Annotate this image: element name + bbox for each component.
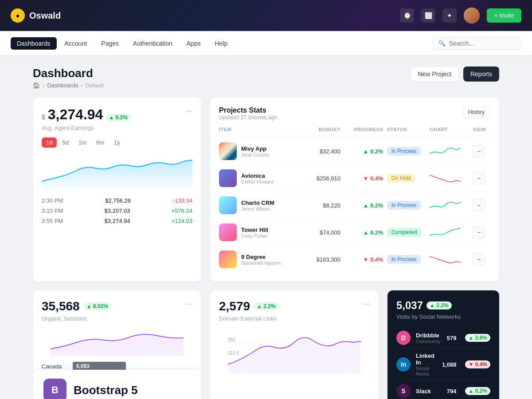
- nav-item-apps[interactable]: Apps: [180, 37, 207, 50]
- project-view-4[interactable]: →: [473, 226, 485, 239]
- time-filter-1m[interactable]: 1m: [74, 137, 91, 148]
- search-box[interactable]: 🔍: [433, 37, 521, 50]
- th-view: VIEW: [473, 127, 490, 132]
- earnings-chart: [42, 155, 192, 190]
- nav-item-pages[interactable]: Pages: [95, 37, 125, 50]
- earnings-more-button[interactable]: ···: [186, 106, 192, 116]
- notification-icon[interactable]: ⌚: [400, 8, 414, 23]
- project-progress-2: ▼ 0.4%: [344, 175, 383, 182]
- organic-card: ··· 35,568 ▲ 8.02% Organic Sessions Cana…: [33, 290, 201, 399]
- breadcrumb-default: Default: [86, 82, 104, 89]
- th-status: STATUS: [387, 127, 426, 132]
- project-budget-5: $183,300: [301, 256, 340, 263]
- project-thumb-2: [219, 169, 237, 187]
- earnings-table: 2:30 PM $2,756.26 -139.34 3:10 PM $3,207…: [42, 197, 192, 224]
- project-author-5: Savannah Nguyen: [241, 260, 282, 266]
- page-header: Dashboard 🏠 › Dashboards › Default New P…: [33, 66, 499, 89]
- project-thumb-4: [219, 223, 237, 241]
- domain-badge: ▲ 2.2%: [254, 302, 279, 310]
- social-card: 5,037 ▲ 2.2% Visits by Social Networks D…: [387, 290, 499, 399]
- history-button[interactable]: History: [462, 106, 490, 118]
- et-time-2: 3:10 PM: [42, 207, 63, 214]
- avatar[interactable]: [464, 8, 480, 23]
- project-chart-2: [430, 172, 469, 185]
- project-status-3: In Process: [387, 201, 426, 210]
- projects-header: Projects Stats Updated 37 minutes ago Hi…: [219, 106, 490, 121]
- projects-table-header: ITEM BUDGET PROGRESS STATUS CHART VIEW: [219, 123, 490, 136]
- projects-updated: Updated 37 minutes ago: [219, 114, 277, 121]
- project-name-1: Mivy App: [241, 145, 269, 152]
- project-author-4: Cody Fisher: [241, 233, 268, 239]
- share-icon[interactable]: ✦: [442, 8, 457, 23]
- project-thumb-3: [219, 196, 237, 214]
- project-budget-1: $32,400: [301, 148, 340, 155]
- th-budget: BUDGET: [301, 127, 340, 132]
- social-name-slack: Slack: [416, 388, 442, 395]
- project-status-4: Completed: [387, 228, 426, 237]
- et-change-2: +576.24: [172, 207, 192, 214]
- project-view-1[interactable]: →: [473, 145, 485, 157]
- social-badge-linkedin: ▼ 0.4%: [465, 360, 490, 368]
- topbar-actions: ⌚ ⬜ ✦ + Invite: [400, 8, 521, 23]
- breadcrumb-dashboards[interactable]: Dashboards: [47, 82, 78, 89]
- nav-item-authentication[interactable]: Authentication: [127, 37, 179, 50]
- et-change-1: -139.34: [173, 197, 192, 204]
- table-row: 9 Degree Savannah Nguyen $183,300 ▼ 0.4%…: [219, 246, 490, 273]
- search-input[interactable]: [449, 40, 516, 47]
- social-badge-slack: ▲ 0.2%: [465, 387, 490, 395]
- page-title-area: Dashboard 🏠 › Dashboards › Default: [33, 66, 104, 89]
- project-info-5: 9 Degree Savannah Nguyen: [219, 250, 297, 268]
- earnings-row-2: 3:10 PM $3,207.03 +576.24: [42, 207, 192, 214]
- domain-amount-row: 2,579 ▲ 2.2%: [219, 299, 363, 313]
- time-filter-5d[interactable]: 5d: [58, 137, 73, 148]
- project-progress-1: ▲ 9.2%: [344, 148, 383, 155]
- organic-more-button[interactable]: ···: [186, 299, 192, 309]
- dribbble-icon: D: [396, 331, 411, 345]
- project-info-2: Avionica Esther Howard: [219, 169, 297, 187]
- time-filter-1d[interactable]: 1d: [42, 137, 57, 148]
- main-cards-row: ··· $ 3,274.94 ▲ 9.2% Avg. Agent Earning…: [33, 98, 499, 282]
- organic-chart: [42, 329, 192, 357]
- project-view-5[interactable]: →: [473, 253, 485, 266]
- avatar-image: [464, 8, 480, 23]
- geo-row: Canada 6,083: [42, 362, 192, 371]
- project-view-3[interactable]: →: [473, 199, 485, 211]
- earnings-badge: ▲ 9.2%: [106, 113, 131, 121]
- earnings-row-3: 3:55 PM $3,274.94 +124.03: [42, 218, 192, 224]
- project-view-2[interactable]: →: [473, 172, 485, 184]
- project-author-2: Esther Howard: [241, 179, 274, 184]
- project-progress-5: ▼ 0.4%: [344, 256, 383, 263]
- project-info-1: Mivy App Jane Cooper: [219, 142, 297, 160]
- project-chart-1: [430, 145, 469, 158]
- nav-item-account[interactable]: Account: [59, 37, 94, 50]
- monitor-icon[interactable]: ⬜: [421, 8, 435, 23]
- time-filter-1y[interactable]: 1y: [110, 137, 125, 148]
- social-count-linkedin: 1,088: [442, 361, 457, 368]
- currency-symbol: $: [42, 113, 45, 121]
- nav-item-dashboards[interactable]: Dashboards: [11, 37, 57, 50]
- time-filter-6m[interactable]: 6m: [92, 137, 109, 148]
- reports-button[interactable]: Reports: [463, 66, 499, 82]
- organic-subtitle: Organic Sessions: [42, 315, 192, 322]
- logo-icon: ●: [11, 8, 25, 23]
- project-details-4: Tower Hill Cody Fisher: [241, 227, 268, 239]
- social-amount-row: 5,037 ▲ 2.2%: [396, 299, 490, 312]
- project-details-1: Mivy App Jane Cooper: [241, 145, 269, 157]
- domain-more-button[interactable]: ···: [363, 299, 370, 309]
- projects-card: Projects Stats Updated 37 minutes ago Hi…: [210, 98, 499, 282]
- project-status-2: On Hold: [387, 174, 426, 183]
- organic-amount: 35,568: [42, 299, 80, 313]
- project-name-4: Tower Hill: [241, 227, 268, 233]
- new-project-button[interactable]: New Project: [411, 66, 459, 82]
- social-badge-dribbble: ▲ 2.6%: [465, 334, 490, 342]
- invite-button[interactable]: + Invite: [487, 8, 521, 23]
- social-count-dribbble: 579: [447, 335, 457, 341]
- et-time-1: 2:30 PM: [42, 197, 63, 204]
- project-thumb-1: [219, 142, 237, 160]
- domain-chart: 250 212.5: [219, 329, 370, 375]
- nav-item-help[interactable]: Help: [208, 37, 234, 50]
- project-chart-5: [430, 253, 469, 266]
- social-name-dribbble: Dribbble: [416, 332, 442, 339]
- project-author-3: Jenny Wilson: [241, 206, 274, 211]
- project-author-1: Jane Cooper: [241, 152, 269, 157]
